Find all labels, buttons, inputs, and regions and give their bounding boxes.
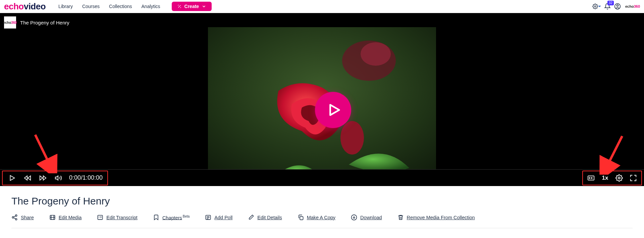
make-copy-label: Make A Copy	[307, 215, 335, 220]
svg-line-8	[605, 136, 622, 171]
svg-line-7	[35, 135, 52, 169]
volume-button[interactable]	[54, 173, 63, 183]
timecode: 0:00/1:00:00	[69, 174, 103, 181]
download-label: Download	[360, 215, 382, 220]
play-icon	[326, 102, 342, 118]
svg-rect-15	[98, 215, 103, 220]
rewind-icon	[24, 174, 31, 182]
svg-point-6	[340, 121, 364, 155]
svg-rect-17	[300, 217, 303, 220]
volume-icon	[55, 174, 62, 182]
forward-icon	[39, 174, 47, 182]
play-button[interactable]	[7, 173, 17, 183]
page-title: The Progeny of Henry	[11, 195, 633, 207]
current-time: 0:00	[69, 174, 81, 181]
settings-gear-button[interactable]	[592, 1, 602, 11]
annotation-arrow-right	[599, 134, 626, 175]
svg-point-0	[594, 6, 596, 7]
trash-icon	[397, 214, 404, 221]
user-icon	[614, 3, 621, 10]
wand-icon	[177, 4, 182, 9]
edit-transcript-label: Edit Transcript	[106, 215, 138, 220]
transcript-icon	[97, 214, 103, 221]
svg-point-10	[618, 177, 620, 179]
cc-icon	[587, 174, 595, 182]
svg-point-13	[15, 219, 17, 220]
nav-analytics[interactable]: Analytics	[142, 4, 160, 9]
film-icon	[49, 214, 56, 221]
player-overlay-header: echo360 The Progeny of Henry	[4, 16, 69, 28]
nav-collections[interactable]: Collections	[109, 4, 132, 9]
play-icon	[8, 174, 16, 182]
echo360-part2: 360	[634, 4, 640, 8]
chevron-down-icon	[202, 4, 206, 9]
media-action-row: Share Edit Media Edit Transcript Chapter…	[11, 214, 633, 228]
create-label: Create	[184, 4, 199, 9]
bookmark-icon	[153, 214, 159, 221]
share-icon	[11, 214, 18, 221]
top-nav: echovideo Library Courses Collections An…	[0, 0, 644, 13]
edit-details-label: Edit Details	[257, 215, 282, 220]
share-label: Share	[21, 215, 34, 220]
media-detail-panel: The Progeny of Henry Share Edit Media Ed…	[0, 186, 644, 228]
player-brand-tile: echo360	[4, 16, 16, 28]
download-icon	[351, 214, 357, 221]
add-poll-label: Add Poll	[214, 215, 232, 220]
account-button[interactable]	[612, 1, 623, 11]
annotation-arrow-left	[32, 133, 59, 173]
fullscreen-icon	[630, 174, 637, 182]
brand-part1: echo	[4, 1, 24, 12]
duration: 1:00:00	[83, 174, 103, 181]
svg-point-12	[12, 217, 14, 218]
echo360-mini-logo: echo360	[625, 4, 640, 8]
remove-media-label: Remove Media From Collection	[407, 215, 475, 220]
nav-library[interactable]: Library	[58, 4, 73, 9]
remove-media-action[interactable]: Remove Media From Collection	[397, 214, 475, 221]
brand-part2: video	[24, 1, 46, 12]
poll-icon	[205, 214, 211, 221]
captions-button[interactable]	[586, 173, 596, 183]
fullscreen-button[interactable]	[629, 173, 638, 183]
chapters-action[interactable]: ChaptersBeta	[153, 214, 190, 221]
player-video-title: The Progeny of Henry	[20, 20, 69, 25]
rewind-button[interactable]	[23, 173, 32, 183]
video-player: echo360 The Progeny of Henry	[0, 13, 644, 186]
edit-media-action[interactable]: Edit Media	[49, 214, 82, 221]
nav-courses[interactable]: Courses	[82, 4, 100, 9]
make-copy-action[interactable]: Make A Copy	[298, 214, 335, 221]
download-action[interactable]: Download	[351, 214, 382, 221]
svg-point-5	[361, 42, 391, 66]
copy-icon	[298, 214, 304, 221]
chevron-down-icon	[597, 3, 602, 10]
gear-icon	[615, 174, 623, 182]
echo360-part1: echo	[625, 4, 634, 8]
svg-point-2	[616, 5, 618, 6]
brand-logo[interactable]: echovideo	[4, 1, 46, 12]
big-play-button[interactable]	[315, 92, 351, 128]
share-action[interactable]: Share	[11, 214, 34, 221]
chapters-badge: Beta	[183, 215, 190, 218]
edit-media-label: Edit Media	[59, 215, 82, 220]
pencil-icon	[248, 214, 254, 221]
notifications-button[interactable]: 32	[602, 1, 612, 11]
forward-button[interactable]	[38, 173, 48, 183]
svg-point-11	[15, 215, 17, 217]
create-button[interactable]: Create	[172, 2, 212, 11]
edit-transcript-action[interactable]: Edit Transcript	[97, 214, 138, 221]
add-poll-action[interactable]: Add Poll	[205, 214, 232, 221]
edit-details-action[interactable]: Edit Details	[248, 214, 282, 221]
chapters-label: Chapters	[162, 215, 182, 220]
player-controls: 0:00/1:00:00 1x	[0, 169, 644, 186]
